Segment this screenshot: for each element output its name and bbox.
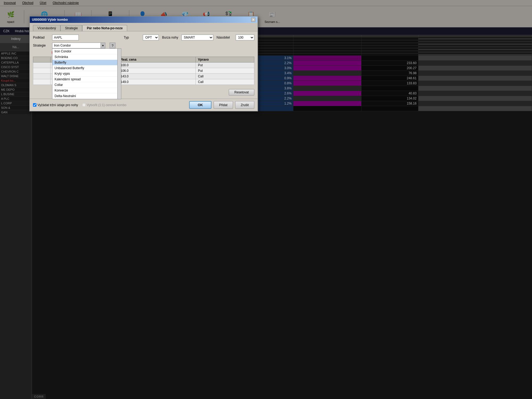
- combo-dialog: U0000000 Výběr kombo ✕ Vícenásobný Strat…: [29, 16, 258, 111]
- dropdown-item-butterfly[interactable]: Butterfly: [52, 60, 121, 65]
- dropdown-item-iron-condor[interactable]: Iron Condor: [52, 49, 121, 54]
- options-cell-price-1: 100.0: [118, 63, 196, 68]
- burza-label: Burza nohy: [162, 36, 178, 39]
- options-cell-side-1: Put: [196, 63, 254, 68]
- strategie-dropdown[interactable]: ▼ Iron Condor Schránka Butterfly Unbalan…: [52, 43, 105, 48]
- dropdown-item-collar[interactable]: Collar: [52, 82, 121, 88]
- strategie-label: Strategie: [33, 44, 49, 47]
- options-th-side: Vpravo: [196, 57, 254, 63]
- options-cell-price-3: 143.0: [118, 74, 196, 79]
- checkbox1-input[interactable]: [33, 103, 36, 107]
- dialog-close-button[interactable]: ✕: [251, 18, 255, 22]
- strategie-input[interactable]: [52, 43, 105, 48]
- dialog-tab-strategie[interactable]: Strategie: [60, 25, 82, 31]
- dropdown-scrollbar[interactable]: [117, 49, 121, 99]
- strategie-arrow[interactable]: ▼: [101, 43, 105, 48]
- checkbox1-label[interactable]: Vyžádat tržní údaje pro nohy: [33, 103, 78, 107]
- options-cell-side-4: Call: [196, 79, 254, 85]
- dialog-title: U0000000 Výběr kombo: [32, 18, 68, 22]
- dialog-bottom: Vyžádat tržní údaje pro nohy Vytvořit (1…: [30, 99, 257, 111]
- dropdown-item-konverze[interactable]: Konverze: [52, 88, 121, 93]
- dialog-buttons: OK Přidat Zrušit: [189, 101, 254, 109]
- nasobitel-select[interactable]: 100: [236, 35, 254, 40]
- zrusit-button[interactable]: Zrušit: [235, 101, 254, 109]
- dropdown-item-delta-neutralni[interactable]: Delta-Neutralní: [52, 93, 121, 99]
- strategie-list[interactable]: Iron Condor Schránka Butterfly Unbalance…: [52, 48, 121, 99]
- form-row-strategie: Strategie ▼ Iron Condor Schránka Butterf…: [33, 43, 254, 48]
- dropdown-item-kalendarni-spread[interactable]: Kalendární spread: [52, 77, 121, 82]
- dialog-tab-par[interactable]: Pár nebo Noha-po-noze: [82, 25, 127, 31]
- options-th-num: [33, 57, 51, 63]
- dialog-tab-vicenasobny[interactable]: Vícenásobný: [33, 25, 60, 31]
- options-th-real-price: Real. cena: [118, 57, 196, 63]
- options-cell-price-4: 149.0: [118, 79, 196, 85]
- dialog-titlebar: U0000000 Výběr kombo ✕: [30, 16, 257, 23]
- dropdown-item-kryty-vypis[interactable]: Krytý výpis: [52, 71, 121, 77]
- options-cell-num-4: [33, 79, 51, 85]
- typ-select[interactable]: OPT: [143, 35, 159, 40]
- podklad-input[interactable]: [52, 35, 79, 40]
- burza-select[interactable]: SMART: [181, 35, 213, 40]
- options-cell-side-2: Put: [196, 68, 254, 74]
- nasobitel-label: Násobitel: [217, 36, 232, 39]
- reset-button[interactable]: Resetovat: [229, 89, 254, 95]
- help-button[interactable]: ?: [110, 43, 115, 48]
- pridat-button[interactable]: Přidat: [214, 101, 233, 109]
- dropdown-item-schranka[interactable]: Schránka: [52, 54, 121, 60]
- checkbox2-input[interactable]: [82, 103, 86, 107]
- checkbox2-label[interactable]: Vytvořit (1:1) cenové kombo: [82, 103, 126, 107]
- options-cell-num-1: [33, 63, 51, 68]
- options-cell-num-3: [33, 74, 51, 79]
- form-row-podklad: Podklad Typ OPT Burza nohy SMART Násobit…: [33, 35, 254, 40]
- typ-label: Typ: [124, 36, 140, 39]
- options-cell-num-2: [33, 68, 51, 74]
- options-cell-side-3: Call: [196, 74, 254, 79]
- dropdown-item-unbalanced-butterfly[interactable]: Unbalanced Butterfly: [52, 65, 121, 71]
- ok-button[interactable]: OK: [189, 101, 211, 109]
- podklad-label: Podklad: [33, 36, 49, 39]
- dialog-content: Podklad Typ OPT Burza nohy SMART Násobit…: [30, 31, 257, 99]
- options-cell-price-2: 106.0: [118, 68, 196, 74]
